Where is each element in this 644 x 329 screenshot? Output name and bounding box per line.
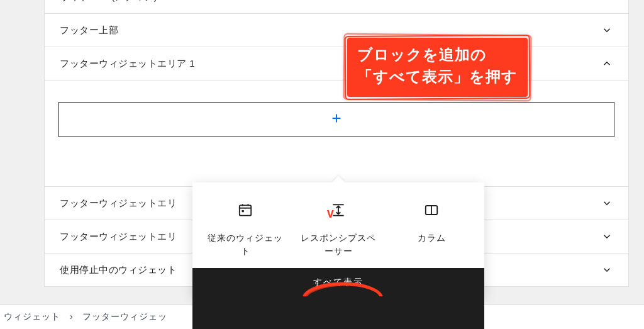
area-label: フッター上部	[60, 25, 601, 36]
chevron-down-icon	[601, 197, 613, 209]
spacer-icon	[297, 198, 380, 223]
chevron-down-icon	[601, 264, 613, 276]
block-option-label: レスポンシブスペーサー	[297, 231, 380, 258]
svg-rect-6	[242, 210, 244, 212]
area-expanded-body	[44, 81, 629, 187]
annotation-callout: ブロックを追加の 「すべて表示」を押す	[347, 38, 528, 97]
area-label: サイドバー (メディア)	[60, 0, 601, 3]
area-row-footer-widget-1[interactable]: フッターウィジェットエリア 1	[44, 47, 629, 81]
plus-icon	[330, 111, 343, 128]
block-inserter-popover: 従来のウィジェット レスポンシブスペーサー カラム	[192, 182, 484, 297]
add-block-button[interactable]	[58, 102, 614, 137]
area-row-sidebar-media[interactable]: サイドバー (メディア)	[44, 0, 629, 14]
block-option-legacy-widget[interactable]: 従来のウィジェット	[201, 194, 289, 262]
svg-rect-2	[240, 205, 251, 215]
annotation-line: ブロックを追加の	[357, 44, 518, 66]
show-all-label: すべて表示	[313, 277, 364, 287]
block-option-label: カラム	[390, 231, 473, 245]
calendar-icon	[204, 198, 287, 223]
block-option-responsive-spacer[interactable]: レスポンシブスペーサー	[294, 194, 382, 262]
breadcrumb-separator: ›	[70, 311, 74, 321]
inserter-grid: 従来のウィジェット レスポンシブスペーサー カラム	[192, 182, 484, 268]
chevron-down-icon	[601, 0, 613, 3]
columns-icon	[390, 198, 473, 223]
breadcrumb-current: フッターウィジェッ	[82, 311, 167, 321]
area-row-footer-top[interactable]: フッター上部	[44, 14, 629, 47]
show-all-overflow	[192, 296, 484, 329]
chevron-down-icon	[601, 230, 613, 243]
breadcrumb-root[interactable]: ウィジェット	[4, 311, 60, 321]
chevron-up-icon	[601, 57, 613, 70]
chevron-down-icon	[601, 24, 613, 36]
block-option-label: 従来のウィジェット	[204, 231, 287, 258]
show-all-button[interactable]: すべて表示	[192, 268, 484, 297]
block-option-columns[interactable]: カラム	[387, 194, 475, 262]
annotation-line: 「すべて表示」を押す	[357, 66, 518, 88]
